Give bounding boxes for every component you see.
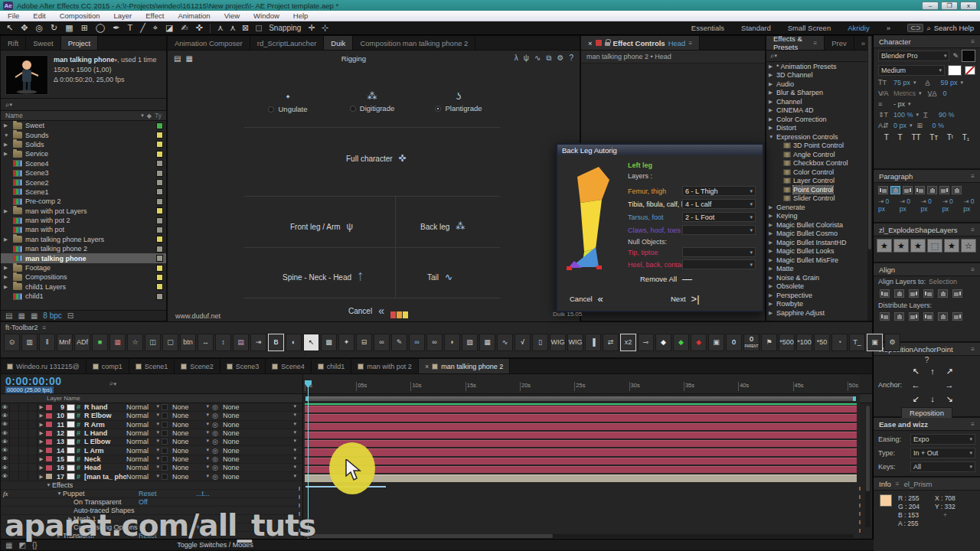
easing-select[interactable]: Expo▾	[910, 434, 975, 445]
settings-icon[interactable]: ⚙	[557, 54, 564, 63]
audio-icon[interactable]	[10, 455, 19, 463]
bold-button[interactable]: B	[268, 334, 284, 351]
effects-list-item[interactable]: ▶ ▒ Blur & Sharpen	[766, 89, 872, 98]
audio-icon[interactable]	[10, 403, 19, 412]
columns-button[interactable]: ▥	[21, 334, 38, 351]
rotobrush-tool[interactable]: ✍	[181, 23, 188, 33]
effects-search[interactable]: ⌕▾	[766, 51, 872, 62]
composition-tab[interactable]: ×comp1	[87, 359, 129, 373]
anchor-arrow[interactable]: ←	[907, 380, 924, 390]
project-item[interactable]: child1	[1, 292, 166, 301]
label-color-chip[interactable]	[156, 188, 163, 195]
explode-5-button[interactable]: ★	[944, 239, 959, 253]
parent-select[interactable]: None▾	[223, 403, 302, 411]
effects-list-item[interactable]: ▶ ▒ Keying	[766, 212, 872, 221]
panel-menu-icon[interactable]: ≡	[971, 266, 975, 273]
eye-icon[interactable]: 👁	[1, 429, 10, 438]
panel-tab[interactable]: rd_ScriptLauncher	[250, 36, 325, 50]
parent-pickwhip-icon[interactable]: ◎	[212, 421, 223, 429]
layer-duration-bar[interactable]	[305, 458, 857, 465]
workspace-button[interactable]: Akridiy	[848, 24, 870, 32]
bars-button[interactable]: ‖	[39, 334, 55, 351]
effects-list-item[interactable]: ▒ Checkbox Control	[766, 159, 872, 168]
t-switch[interactable]	[162, 430, 172, 436]
distribute-right-button[interactable]	[952, 312, 962, 321]
label-color-chip[interactable]	[156, 255, 163, 262]
bucket-red-button[interactable]: ◆	[691, 334, 707, 351]
tarsus-select[interactable]: 2 - L Foot▾	[682, 212, 756, 222]
align-bottom-button[interactable]	[952, 289, 962, 298]
layer-name[interactable]: Head	[84, 464, 126, 471]
selection-tool[interactable]: ↖	[6, 23, 13, 33]
parent-select[interactable]: None▾	[223, 473, 302, 481]
effects-list-item[interactable]: ▶ ▒ Color Correction	[766, 115, 872, 124]
property-row[interactable]: fx ▼ Puppet Reset ...t...	[1, 490, 302, 498]
heel-select[interactable]: ▾	[682, 259, 756, 269]
project-item[interactable]: ▶ man talking phone Layers	[1, 235, 166, 244]
distribute-bottom-button[interactable]	[909, 312, 919, 321]
blend-mode-select[interactable]: Normal▾	[126, 464, 162, 471]
panel-tab[interactable]: Composition man talking phone 2	[353, 36, 475, 50]
wand-button[interactable]: ✦	[338, 334, 354, 351]
layer-name[interactable]: R hand	[84, 403, 126, 411]
composition-tab[interactable]: ×child1	[312, 359, 352, 373]
layer-label-chip[interactable]	[45, 465, 53, 471]
effect-controls-tab[interactable]: × Effect Controls Head ≡	[581, 36, 700, 50]
blend-mode-select[interactable]: Normal▾	[126, 438, 162, 445]
grid-view-icon[interactable]: ▦	[185, 54, 192, 63]
rig-person2-icon[interactable]: ⋏	[230, 23, 236, 33]
layer-duration-bar[interactable]	[305, 432, 857, 439]
panel-tab[interactable]: Rift	[1, 36, 26, 50]
rotate-tool[interactable]: ↻	[51, 23, 57, 33]
project-item[interactable]: Scene4	[1, 159, 166, 168]
panel-tab[interactable]: Sweet	[26, 36, 60, 50]
align-vcenter-button[interactable]	[938, 289, 948, 298]
hand-icon[interactable]: ψ	[524, 54, 529, 63]
align-edge-button[interactable]: ⇥	[250, 334, 266, 351]
label-color-chip[interactable]	[156, 265, 163, 272]
align-top-button[interactable]	[923, 289, 933, 298]
layer-label-chip[interactable]	[45, 430, 53, 437]
expand-triangle[interactable]: ▶	[38, 465, 45, 471]
interpret-footage-icon[interactable]: ▤	[5, 311, 12, 320]
front-leg-arm-button[interactable]: Front leg / Armψ	[290, 221, 353, 232]
effects-list-item[interactable]: ▶ ▒ * Animation Presets	[766, 62, 872, 71]
distribute-vcenter-button[interactable]	[894, 312, 904, 321]
timeline-search[interactable]: ⌕▾	[109, 379, 116, 388]
menu-item[interactable]: View	[224, 11, 240, 20]
align-left-button[interactable]	[880, 289, 890, 298]
effects-list-item[interactable]: ▶ ▒ Magic Bullet Looks	[766, 247, 872, 256]
effects-list-item[interactable]: ▶ ▒ Noise & Grain	[766, 273, 872, 282]
solo-icon[interactable]	[19, 438, 28, 446]
panel-menu-icon[interactable]: ≡	[971, 421, 975, 428]
label-color-chip[interactable]	[156, 293, 163, 300]
font-size-value[interactable]: 75 px	[893, 79, 910, 86]
star-button[interactable]: ☆	[127, 334, 143, 351]
eye-icon[interactable]: 👁	[1, 420, 10, 429]
panel-tab[interactable]: Project	[61, 36, 99, 50]
effects-list-item[interactable]: ▶ ▒ 3D Channel	[766, 71, 872, 80]
project-item[interactable]: man with pot 2	[1, 216, 166, 225]
composition-tab[interactable]: ×man talking phone 2	[419, 359, 510, 373]
tracking-value[interactable]: 0	[943, 90, 947, 97]
femur-select[interactable]: 6 - L Thigh▾	[682, 186, 756, 196]
menu-item[interactable]: Window	[253, 11, 279, 20]
label-color-chip[interactable]	[156, 160, 163, 167]
lock-icon[interactable]	[28, 464, 38, 472]
camera-button[interactable]: ▣	[708, 334, 724, 351]
key-button[interactable]: ⊸	[638, 334, 654, 351]
justify-last-right-button[interactable]	[939, 186, 949, 194]
rigging-icon[interactable]: λ	[514, 54, 518, 63]
panel-menu-icon[interactable]: ≡	[971, 38, 975, 45]
wig-button[interactable]: WIG	[550, 334, 566, 351]
lock-icon[interactable]	[28, 420, 38, 429]
workspace-overflow-button[interactable]: »	[887, 24, 890, 32]
subscript-button[interactable]: T₁	[962, 133, 969, 142]
anchor-grid[interactable]: ↖↑↗←→↙↓↘	[907, 364, 958, 406]
contrast-button[interactable]: ◐	[286, 334, 302, 351]
new-comp-icon[interactable]: ▦	[31, 311, 38, 320]
pen-tool[interactable]: ✒	[113, 23, 119, 33]
reposition-help-link[interactable]: ?	[874, 356, 980, 364]
lock-button[interactable]: ⊙	[4, 334, 20, 351]
spine-neck-head-button[interactable]: Spine - Neck - Headᛏ	[283, 272, 363, 282]
